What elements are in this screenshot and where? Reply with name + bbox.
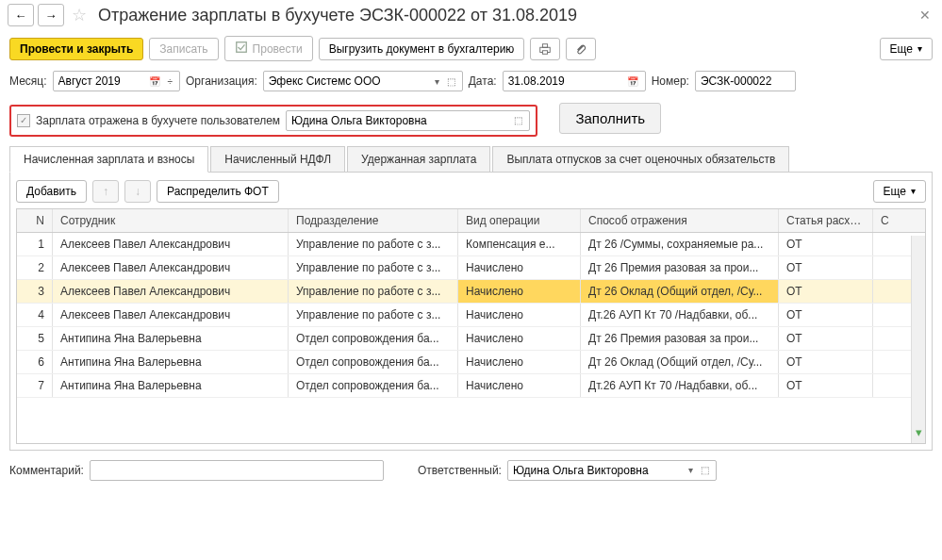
- favorite-star-icon[interactable]: ☆: [72, 5, 87, 25]
- cell-ref[interactable]: Дт 26 Премия разовая за прои...: [581, 327, 779, 350]
- comment-label: Комментарий:: [9, 464, 84, 477]
- cell-ref[interactable]: Дт.26 АУП Кт 70 /Надбавки, об...: [581, 374, 779, 397]
- dropdown-icon[interactable]: ▾: [433, 76, 441, 87]
- nav-forward-button[interactable]: →: [38, 4, 64, 26]
- col-operation[interactable]: Вид операции: [458, 209, 581, 232]
- scroll-end-icon: ▾: [912, 421, 926, 443]
- fill-button[interactable]: Заполнить: [559, 103, 661, 134]
- more-button[interactable]: Еще ▾: [880, 38, 933, 60]
- cell-emp[interactable]: Алексеев Павел Александрович: [53, 256, 289, 279]
- cell-dep[interactable]: Управление по работе с з...: [289, 280, 458, 303]
- col-n[interactable]: N: [17, 209, 53, 232]
- cell-dep[interactable]: Отдел сопровождения ба...: [289, 327, 458, 350]
- post-and-close-button[interactable]: Провести и закрыть: [9, 38, 143, 60]
- save-button[interactable]: Записать: [149, 38, 218, 60]
- col-department[interactable]: Подразделение: [289, 209, 458, 232]
- add-row-button[interactable]: Добавить: [16, 180, 87, 203]
- cell-op[interactable]: Начислено: [458, 351, 581, 373]
- cell-ref[interactable]: Дт 26 Оклад (Общий отдел, /Су...: [581, 351, 779, 373]
- distribute-fot-button[interactable]: Распределить ФОТ: [157, 180, 279, 203]
- reflected-user-input[interactable]: ⬚: [286, 110, 530, 131]
- cell-emp[interactable]: Алексеев Павел Александрович: [53, 280, 289, 303]
- attach-button[interactable]: [566, 38, 596, 60]
- table-header: N Сотрудник Подразделение Вид операции С…: [17, 209, 925, 233]
- cell-emp[interactable]: Антипина Яна Валерьевна: [53, 351, 289, 373]
- cell-op[interactable]: Начислено: [458, 304, 581, 326]
- scrollbar[interactable]: ▾: [911, 236, 925, 443]
- cell-dep[interactable]: Управление по работе с з...: [289, 256, 458, 279]
- col-reflection[interactable]: Способ отражения: [581, 209, 779, 232]
- table-row[interactable]: 5Антипина Яна ВалерьевнаОтдел сопровожде…: [17, 327, 925, 351]
- table-more-button[interactable]: Еще ▾: [873, 180, 926, 203]
- print-button[interactable]: [530, 38, 560, 60]
- tab-withheld-salary[interactable]: Удержанная зарплата: [347, 146, 490, 173]
- cell-emp[interactable]: Антипина Яна Валерьевна: [53, 327, 289, 350]
- month-label: Месяц:: [9, 74, 47, 88]
- cell-n[interactable]: 7: [17, 374, 53, 397]
- stepper-icon[interactable]: ÷: [166, 76, 175, 87]
- cell-art[interactable]: ОТ: [779, 256, 873, 279]
- number-label: Номер:: [652, 74, 689, 88]
- cell-n[interactable]: 1: [17, 233, 53, 255]
- table-row[interactable]: 2Алексеев Павел АлександровичУправление …: [17, 256, 925, 280]
- move-up-button[interactable]: ↑: [92, 180, 119, 203]
- calendar-icon[interactable]: 📅: [147, 76, 162, 87]
- table-row[interactable]: 7Антипина Яна ВалерьевнаОтдел сопровожде…: [17, 374, 925, 398]
- move-down-button[interactable]: ↓: [124, 180, 151, 203]
- tab-accrued-salary[interactable]: Начисленная зарплата и взносы: [9, 146, 208, 173]
- cell-op[interactable]: Начислено: [458, 327, 581, 350]
- cell-n[interactable]: 2: [17, 256, 53, 279]
- tab-accrued-ndfl[interactable]: Начисленный НДФЛ: [210, 146, 345, 173]
- tab-vacation-payments[interactable]: Выплата отпусков за счет оценочных обяза…: [492, 146, 789, 173]
- close-icon[interactable]: ✕: [916, 8, 934, 23]
- cell-dep[interactable]: Управление по работе с з...: [289, 304, 458, 326]
- cell-art[interactable]: ОТ: [779, 304, 873, 326]
- cell-ref[interactable]: Дт 26 Оклад (Общий отдел, /Су...: [581, 280, 779, 303]
- calendar-icon[interactable]: 📅: [625, 76, 640, 87]
- cell-op[interactable]: Начислено: [458, 374, 581, 397]
- open-ref-icon[interactable]: ⬚: [445, 76, 457, 87]
- cell-emp[interactable]: Алексеев Павел Александрович: [53, 233, 289, 255]
- cell-art[interactable]: ОТ: [779, 233, 873, 255]
- month-input[interactable]: 📅 ÷: [53, 71, 181, 91]
- org-input[interactable]: ▾ ⬚: [263, 71, 463, 91]
- cell-dep[interactable]: Отдел сопровождения ба...: [289, 351, 458, 373]
- date-label: Дата:: [469, 74, 497, 88]
- cell-n[interactable]: 3: [17, 280, 53, 303]
- cell-art[interactable]: ОТ: [779, 280, 873, 303]
- reflected-checkbox[interactable]: ✓: [17, 114, 30, 127]
- cell-dep[interactable]: Отдел сопровождения ба...: [289, 374, 458, 397]
- dropdown-icon[interactable]: ▾: [686, 465, 695, 475]
- cell-n[interactable]: 5: [17, 327, 53, 350]
- cell-ref[interactable]: Дт 26 Премия разовая за прои...: [581, 256, 779, 279]
- cell-ref[interactable]: Дт.26 АУП Кт 70 /Надбавки, об...: [581, 304, 779, 326]
- open-ref-icon[interactable]: ⬚: [512, 115, 524, 125]
- cell-op[interactable]: Начислено: [458, 256, 581, 279]
- cell-op[interactable]: Компенсация е...: [458, 233, 581, 255]
- number-input[interactable]: [695, 71, 796, 91]
- cell-art[interactable]: ОТ: [779, 327, 873, 350]
- cell-n[interactable]: 4: [17, 304, 53, 326]
- open-ref-icon[interactable]: ⬚: [699, 465, 711, 475]
- cell-emp[interactable]: Антипина Яна Валерьевна: [53, 374, 289, 397]
- export-button[interactable]: Выгрузить документ в бухгалтерию: [319, 38, 525, 60]
- comment-input[interactable]: [90, 460, 384, 481]
- cell-n[interactable]: 6: [17, 351, 53, 373]
- date-input[interactable]: 📅: [503, 71, 646, 91]
- table-row[interactable]: 3Алексеев Павел АлександровичУправление …: [17, 280, 925, 304]
- col-employee[interactable]: Сотрудник: [53, 209, 289, 232]
- cell-emp[interactable]: Алексеев Павел Александрович: [53, 304, 289, 326]
- cell-dep[interactable]: Управление по работе с з...: [289, 233, 458, 255]
- col-article[interactable]: Статья расх…: [779, 209, 873, 232]
- cell-op[interactable]: Начислено: [458, 280, 581, 303]
- table-row[interactable]: 6Антипина Яна ВалерьевнаОтдел сопровожде…: [17, 351, 925, 374]
- responsible-input[interactable]: ▾ ⬚: [507, 460, 717, 481]
- nav-back-button[interactable]: ←: [8, 4, 34, 26]
- table-row[interactable]: 1Алексеев Павел АлександровичУправление …: [17, 233, 925, 256]
- cell-art[interactable]: ОТ: [779, 374, 873, 397]
- cell-art[interactable]: ОТ: [779, 351, 873, 373]
- cell-ref[interactable]: Дт 26 /Суммы, сохраняемые ра...: [581, 233, 779, 255]
- post-button[interactable]: Провести: [224, 36, 313, 61]
- col-last[interactable]: С: [873, 209, 901, 232]
- table-row[interactable]: 4Алексеев Павел АлександровичУправление …: [17, 304, 925, 327]
